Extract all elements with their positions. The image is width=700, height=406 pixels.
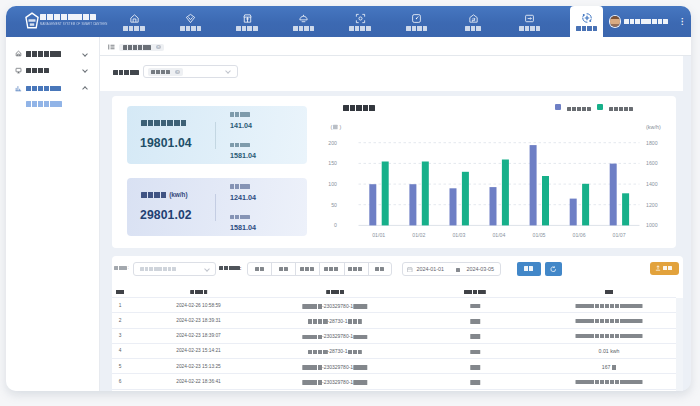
svg-text:01/03: 01/03 xyxy=(452,232,465,238)
svg-text:01/05: 01/05 xyxy=(533,232,546,238)
svg-text:(: ( xyxy=(331,124,333,130)
svg-text:01/02: 01/02 xyxy=(412,232,425,238)
svg-text:150: 150 xyxy=(328,160,337,166)
svg-text:1400: 1400 xyxy=(646,181,658,187)
svg-text:1200: 1200 xyxy=(646,202,658,208)
svg-text:(kw/h): (kw/h) xyxy=(646,124,661,130)
svg-text:1600: 1600 xyxy=(646,160,658,166)
svg-text:1800: 1800 xyxy=(646,140,658,146)
svg-text:1000: 1000 xyxy=(646,222,658,228)
svg-text:): ) xyxy=(340,124,342,130)
svg-text:01/01: 01/01 xyxy=(372,232,385,238)
svg-text:50: 50 xyxy=(331,202,337,208)
svg-text:01/07: 01/07 xyxy=(613,232,626,238)
svg-text:100: 100 xyxy=(328,181,337,187)
svg-text:0: 0 xyxy=(334,222,337,228)
svg-text:01/06: 01/06 xyxy=(573,232,586,238)
svg-text:200: 200 xyxy=(328,140,337,146)
svg-text:01/04: 01/04 xyxy=(492,232,505,238)
